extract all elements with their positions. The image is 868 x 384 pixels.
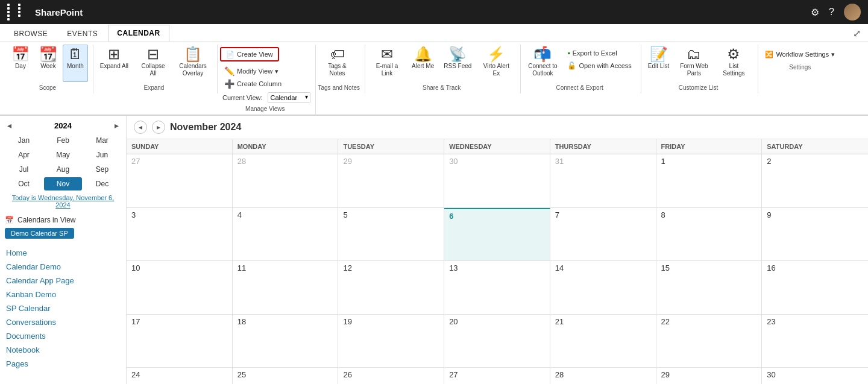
help-icon[interactable]: ? xyxy=(829,7,834,17)
cal-day-0-1[interactable]: 28 xyxy=(233,154,339,207)
sidebar-nav-calendar-demo[interactable]: Calendar Demo xyxy=(5,260,121,274)
form-web-button[interactable]: 🗂 Form Web Parts xyxy=(675,45,713,82)
day-number: 11 xyxy=(237,263,246,272)
cal-day-0-0[interactable]: 27 xyxy=(127,154,233,207)
cal-day-2-1[interactable]: 11 xyxy=(233,261,339,314)
cal-day-4-2[interactable]: 26 xyxy=(338,368,444,384)
cal-day-3-2[interactable]: 19 xyxy=(338,315,444,368)
cal-day-2-2[interactable]: 12 xyxy=(338,261,444,314)
cal-day-0-4[interactable]: 31 xyxy=(550,154,656,207)
cal-day-3-4[interactable]: 21 xyxy=(550,315,656,368)
mini-month-sep[interactable]: Sep xyxy=(83,163,121,176)
cal-day-0-5[interactable]: 1 xyxy=(656,154,763,207)
expand-all-button[interactable]: ⊞ Expand All xyxy=(96,45,133,82)
list-settings-button[interactable]: ⚙ List Settings xyxy=(714,45,753,82)
cal-day-4-4[interactable]: 28 xyxy=(550,368,656,384)
cal-day-2-3[interactable]: 13 xyxy=(444,261,550,314)
cal-day-4-5[interactable]: 29 xyxy=(656,368,763,384)
mini-month-oct[interactable]: Oct xyxy=(5,177,43,190)
cal-day-1-3[interactable]: 6 xyxy=(444,208,550,261)
sidebar-nav-documents[interactable]: Documents xyxy=(5,329,121,343)
mini-month-apr[interactable]: Apr xyxy=(5,148,43,162)
calendars-overlay-button[interactable]: 📋 Calendars Overlay xyxy=(174,45,212,82)
mini-month-nov[interactable]: Nov xyxy=(44,177,82,190)
collapse-all-button[interactable]: ⊟ Collapse All xyxy=(134,45,172,82)
today-label[interactable]: Today is Wednesday, November 6, 2024 xyxy=(5,194,121,209)
cal-day-2-4[interactable]: 14 xyxy=(550,261,656,314)
cal-day-0-6[interactable]: 2 xyxy=(762,154,868,207)
cal-day-1-2[interactable]: 5 xyxy=(338,208,444,261)
next-year-button[interactable]: ▸ xyxy=(112,121,121,130)
cal-day-4-3[interactable]: 27 xyxy=(444,368,550,384)
cal-day-3-1[interactable]: 18 xyxy=(233,315,339,368)
cal-day-1-6[interactable]: 9 xyxy=(762,208,868,261)
sidebar-nav-calendar-app-page[interactable]: Calendar App Page xyxy=(5,274,121,288)
alert-button[interactable]: 🔔 Alert Me xyxy=(407,45,438,82)
connect-outlook-button[interactable]: 📬 Connect to Outlook xyxy=(523,45,562,82)
maximize-button[interactable]: ⤢ xyxy=(851,25,863,42)
sidebar-nav-notebook[interactable]: Notebook xyxy=(5,343,121,357)
cal-day-1-1[interactable]: 4 xyxy=(233,208,339,261)
mini-month-mar[interactable]: Mar xyxy=(83,134,121,147)
export-stack: ▪ Export to Excel 🔓 Open with Access xyxy=(563,45,635,72)
mini-month-feb[interactable]: Feb xyxy=(44,134,82,147)
mini-month-jul[interactable]: Jul xyxy=(5,163,43,176)
mini-month-aug[interactable]: Aug xyxy=(44,163,82,176)
open-access-button[interactable]: 🔓 Open with Access xyxy=(563,60,635,72)
tab-browse[interactable]: BROWSE xyxy=(5,25,57,42)
cal-day-2-6[interactable]: 16 xyxy=(762,261,868,314)
export-excel-button[interactable]: ▪ Export to Excel xyxy=(563,47,635,59)
create-column-button[interactable]: ➕ Create Column xyxy=(220,78,286,90)
edit-list-button[interactable]: 📝 Edit List xyxy=(644,45,674,82)
tab-calendar[interactable]: CALENDAR xyxy=(108,25,169,42)
cal-day-0-3[interactable]: 30 xyxy=(444,154,550,207)
next-month-button[interactable]: ▸ xyxy=(152,121,165,134)
cal-day-1-0[interactable]: 3 xyxy=(127,208,233,261)
sidebar-nav-pages[interactable]: Pages xyxy=(5,357,121,371)
cal-day-3-5[interactable]: 22 xyxy=(656,315,763,368)
tab-events[interactable]: EVENTS xyxy=(58,25,107,42)
app-grid-icon[interactable] xyxy=(7,4,28,20)
workflow-button[interactable]: 🔀 Workflow Settings ▾ xyxy=(761,47,839,61)
mini-month-may[interactable]: May xyxy=(44,148,82,162)
cal-week-2: 10111213141516 xyxy=(127,261,868,315)
create-view-button[interactable]: 📄 Create View xyxy=(220,47,279,61)
current-view-label: Current View: xyxy=(222,94,262,101)
cal-day-4-1[interactable]: 25 xyxy=(233,368,339,384)
month-button[interactable]: 🗓 Month xyxy=(63,45,88,82)
avatar[interactable] xyxy=(844,4,861,20)
rss-button[interactable]: 📡 RSS Feed xyxy=(439,45,476,82)
prev-year-button[interactable]: ◂ xyxy=(5,121,14,130)
cal-day-3-0[interactable]: 17 xyxy=(127,315,233,368)
cal-day-3-6[interactable]: 23 xyxy=(762,315,868,368)
sidebar-nav-sp-calendar[interactable]: SP Calendar xyxy=(5,301,121,315)
tags-notes-button[interactable]: 🏷 Tags & Notes xyxy=(318,45,357,82)
week-button[interactable]: 📆 Week xyxy=(35,45,61,82)
settings-icon[interactable]: ⚙ xyxy=(811,7,819,18)
current-view-select[interactable]: Calendar xyxy=(268,92,310,103)
sidebar-nav-conversations[interactable]: Conversations xyxy=(5,315,121,329)
email-button[interactable]: ✉ E-mail a Link xyxy=(368,45,406,82)
virto-button[interactable]: ⚡ Virto Alert Ex xyxy=(477,45,515,82)
tags-icon: 🏷 xyxy=(330,47,345,61)
cal-day-1-4[interactable]: 7 xyxy=(550,208,656,261)
cal-day-1-5[interactable]: 8 xyxy=(656,208,763,261)
demo-calendar-badge[interactable]: Demo Calendar SP xyxy=(5,228,74,239)
day-number: 1 xyxy=(661,157,665,166)
prev-month-button[interactable]: ◂ xyxy=(134,121,147,134)
sidebar-nav-home[interactable]: Home xyxy=(5,246,121,260)
modify-view-button[interactable]: ✏️ Modify View ▾ xyxy=(220,65,286,77)
mini-month-jun[interactable]: Jun xyxy=(83,148,121,162)
alert-icon: 🔔 xyxy=(414,47,432,61)
cal-day-2-5[interactable]: 15 xyxy=(656,261,763,314)
cal-day-3-3[interactable]: 20 xyxy=(444,315,550,368)
mini-month-dec[interactable]: Dec xyxy=(83,177,121,190)
mini-month-jan[interactable]: Jan xyxy=(5,134,43,147)
cal-day-4-6[interactable]: 30 xyxy=(762,368,868,384)
sidebar-nav-kanban-demo[interactable]: Kanban Demo xyxy=(5,288,121,301)
cal-day-2-0[interactable]: 10 xyxy=(127,261,233,314)
cal-day-4-0[interactable]: 24 xyxy=(127,368,233,384)
tags-label: Tags and Notes xyxy=(318,83,360,91)
day-button[interactable]: 📅 Day xyxy=(7,45,34,82)
cal-day-0-2[interactable]: 29 xyxy=(338,154,444,207)
